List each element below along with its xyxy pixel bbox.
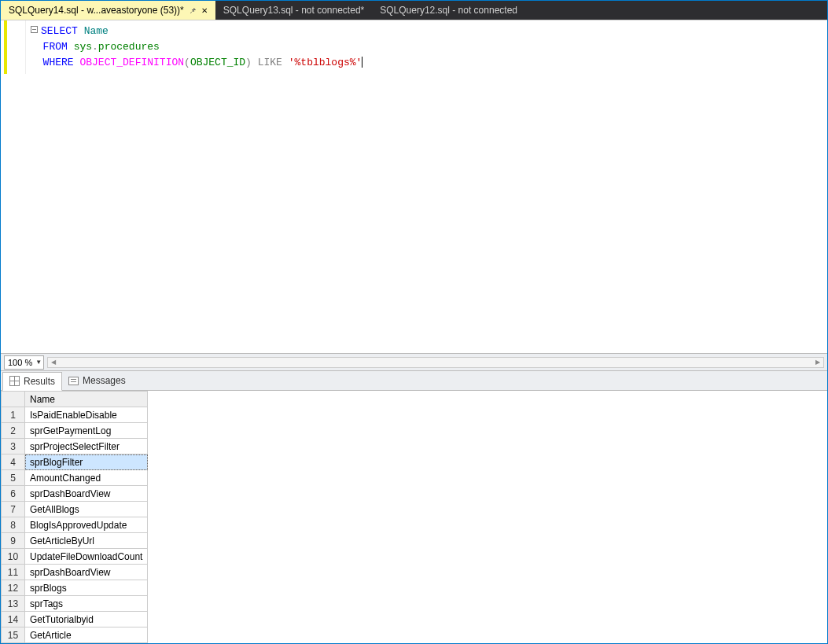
kw-from: FROM [43, 41, 68, 53]
dot: . [92, 41, 98, 53]
cell-name[interactable]: sprBlogs [25, 580, 148, 596]
row-number[interactable]: 10 [2, 549, 25, 565]
cell-name[interactable]: sprTags [25, 596, 148, 612]
sys-schema: sys [74, 41, 92, 53]
row-number[interactable]: 5 [2, 470, 25, 486]
close-icon[interactable]: ✕ [201, 6, 208, 15]
grid-corner[interactable] [2, 392, 25, 407]
row-number[interactable]: 13 [2, 596, 25, 612]
grid-icon [9, 376, 20, 386]
cell-name[interactable]: GetTutorialbyid [25, 612, 148, 627]
tab-results[interactable]: Results [2, 372, 62, 391]
tab-label: SQLQuery13.sql - not connected* [223, 5, 364, 16]
results-grid[interactable]: Name 1IsPaidEnableDisable2sprGetPaymentL… [1, 391, 148, 643]
table-row[interactable]: 3sprProjectSelectFilter [2, 439, 148, 454]
results-grid-pane: Name 1IsPaidEnableDisable2sprGetPaymentL… [1, 391, 827, 643]
row-number[interactable]: 9 [2, 533, 25, 549]
scroll-right-icon[interactable]: ▶ [812, 358, 823, 367]
row-number[interactable]: 7 [2, 502, 25, 517]
scroll-left-icon[interactable]: ◀ [48, 358, 59, 367]
arg-object-id: OBJECT_ID [190, 57, 245, 68]
cell-name[interactable]: sprDashBoardView [25, 565, 148, 580]
cell-name[interactable]: AmountChanged [25, 470, 148, 486]
chevron-down-icon: ▼ [35, 359, 42, 366]
table-row[interactable]: 14GetTutorialbyid [2, 612, 148, 627]
zoom-level-select[interactable]: 100 % ▼ [4, 355, 44, 370]
rparen: ) [245, 57, 252, 68]
table-row[interactable]: 6sprDashBoardView [2, 486, 148, 502]
table-row[interactable]: 2sprGetPaymentLog [2, 423, 148, 439]
code-area[interactable]: SELECT Name FROM sys.procedures WHERE OB… [26, 20, 827, 74]
tab-sqlquery12[interactable]: SQLQuery12.sql - not connected [372, 1, 525, 20]
row-number[interactable]: 6 [2, 486, 25, 502]
document-tabs: SQLQuery14.sql - w...aveastoryone (53))*… [1, 1, 827, 20]
sql-editor[interactable]: SELECT Name FROM sys.procedures WHERE OB… [1, 20, 827, 353]
kw-select: SELECT [41, 25, 78, 37]
table-row[interactable]: 8BlogIsApprovedUpdate [2, 517, 148, 533]
messages-icon [68, 377, 79, 385]
row-number[interactable]: 15 [2, 627, 25, 643]
row-number[interactable]: 14 [2, 612, 25, 627]
kw-like: LIKE [258, 57, 282, 68]
cell-name[interactable]: sprProjectSelectFilter [25, 439, 148, 454]
tab-messages-label: Messages [83, 375, 126, 386]
cell-name[interactable]: sprBlogFilter [25, 454, 148, 470]
cell-name[interactable]: BlogIsApprovedUpdate [25, 517, 148, 533]
fn-object-definition: OBJECT_DEFINITION [79, 57, 184, 68]
editor-gutter [4, 20, 26, 74]
pin-icon[interactable]: 📌︎ [189, 6, 197, 15]
editor-status-strip: 100 % ▼ ◀ ▶ [1, 353, 827, 370]
horizontal-scrollbar[interactable]: ◀ ▶ [47, 357, 824, 368]
table-row[interactable]: 9GetArticleByUrl [2, 533, 148, 549]
table-row[interactable]: 7GetAllBlogs [2, 502, 148, 517]
kw-where: WHERE [43, 57, 74, 68]
cell-name[interactable]: GetArticle [25, 627, 148, 643]
row-number[interactable]: 8 [2, 517, 25, 533]
sys-object: procedures [98, 41, 160, 53]
cell-name[interactable]: GetAllBlogs [25, 502, 148, 517]
collapse-toggle-icon[interactable] [31, 26, 38, 33]
zoom-value: 100 % [8, 358, 32, 367]
column-header-name[interactable]: Name [25, 392, 148, 407]
tab-results-label: Results [24, 376, 55, 387]
table-row[interactable]: 15GetArticle [2, 627, 148, 643]
table-row[interactable]: 13sprTags [2, 596, 148, 612]
results-tabstrip: Results Messages [1, 370, 827, 391]
row-number[interactable]: 3 [2, 439, 25, 454]
table-row[interactable]: 5AmountChanged [2, 470, 148, 486]
tab-sqlquery13[interactable]: SQLQuery13.sql - not connected* [215, 1, 372, 20]
table-row[interactable]: 12sprBlogs [2, 580, 148, 596]
tab-label: SQLQuery12.sql - not connected [380, 5, 517, 16]
text-cursor [362, 57, 362, 68]
col-name: Name [84, 25, 109, 37]
cell-name[interactable]: sprDashBoardView [25, 486, 148, 502]
cell-name[interactable]: GetArticleByUrl [25, 533, 148, 549]
row-number[interactable]: 2 [2, 423, 25, 439]
table-row[interactable]: 4sprBlogFilter [2, 454, 148, 470]
tab-messages[interactable]: Messages [62, 371, 132, 390]
row-number[interactable]: 1 [2, 407, 25, 423]
cell-name[interactable]: sprGetPaymentLog [25, 423, 148, 439]
lparen: ( [184, 57, 190, 68]
table-row[interactable]: 10UpdateFileDownloadCount [2, 549, 148, 565]
tab-sqlquery14[interactable]: SQLQuery14.sql - w...aveastoryone (53))*… [1, 1, 215, 20]
editor-pane: SELECT Name FROM sys.procedures WHERE OB… [1, 20, 827, 370]
cell-name[interactable]: IsPaidEnableDisable [25, 407, 148, 423]
cell-name[interactable]: UpdateFileDownloadCount [25, 549, 148, 565]
string-literal: '%tblblogs%' [289, 57, 362, 68]
row-number[interactable]: 11 [2, 565, 25, 580]
row-number[interactable]: 12 [2, 580, 25, 596]
tab-label: SQLQuery14.sql - w...aveastoryone (53))* [9, 5, 184, 16]
table-row[interactable]: 11sprDashBoardView [2, 565, 148, 580]
row-number[interactable]: 4 [2, 454, 25, 470]
table-row[interactable]: 1IsPaidEnableDisable [2, 407, 148, 423]
